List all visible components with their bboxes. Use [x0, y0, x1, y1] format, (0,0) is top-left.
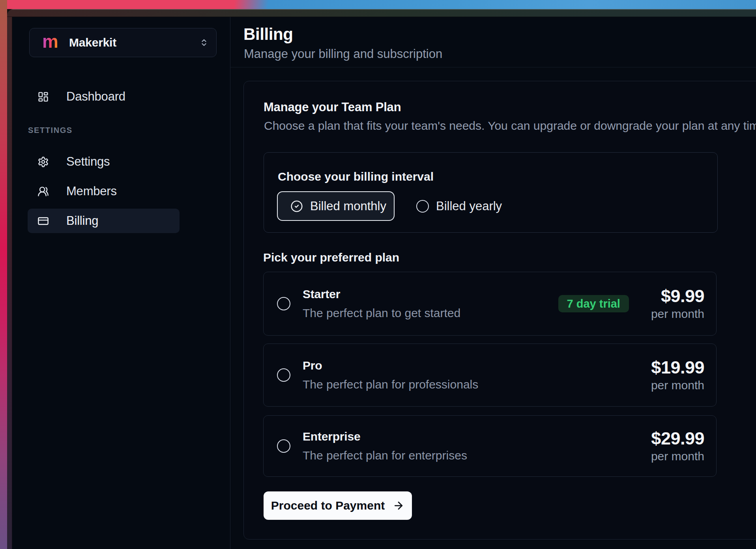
sidebar-item-label: Billing	[66, 214, 98, 228]
card-title: Manage your Team Plan	[264, 100, 401, 114]
plan-name: Pro	[303, 359, 478, 372]
plan-price: $19.99	[651, 359, 704, 376]
sidebar-item-billing[interactable]: Billing	[28, 209, 180, 233]
credit-card-icon	[37, 215, 49, 227]
screen: m Makerkit Dashboard SETTINGS	[0, 0, 756, 549]
header-divider	[230, 67, 756, 67]
plan-price: $9.99	[661, 287, 704, 305]
circle-check-icon	[290, 200, 303, 213]
arrow-right-icon	[393, 500, 404, 512]
team-plan-card: Manage your Team Plan Choose a plan that…	[243, 81, 756, 540]
billed-yearly-label: Billed yearly	[436, 199, 502, 213]
plan-row-enterprise[interactable]: Enterprise The perfect plan for enterpri…	[263, 415, 717, 477]
makerkit-logo-icon: m	[42, 32, 58, 50]
plan-description: The perfect plan for professionals	[303, 378, 478, 391]
app-window: m Makerkit Dashboard SETTINGS	[7, 9, 756, 549]
sidebar-item-label: Settings	[66, 155, 110, 169]
radio-circle-icon[interactable]	[277, 368, 290, 382]
main-area: Billing Manage your billing and subscrip…	[230, 17, 756, 549]
sidebar-item-settings[interactable]: Settings	[28, 149, 180, 174]
users-icon	[37, 186, 49, 197]
sidebar-item-label: Dashboard	[66, 90, 125, 104]
plans-label: Pick your preferred plan	[263, 251, 399, 264]
gear-icon	[37, 156, 49, 168]
sidebar-item-dashboard[interactable]: Dashboard	[28, 84, 180, 109]
plan-row-pro[interactable]: Pro The perfect plan for professionals $…	[263, 344, 717, 407]
window-titlebar-edge	[7, 9, 756, 17]
billing-interval-label: Choose your billing interval	[278, 170, 434, 183]
sidebar-section-label: SETTINGS	[28, 126, 73, 135]
chevrons-up-down-icon	[200, 38, 208, 47]
workspace-selector[interactable]: m Makerkit	[29, 28, 217, 57]
page-subtitle: Manage your billing and subscription	[244, 47, 442, 61]
workspace-name: Makerkit	[69, 36, 200, 49]
plan-description: The perfect plan to get started	[303, 306, 460, 320]
billing-interval-group: Choose your billing interval Billed mont…	[264, 152, 718, 233]
billed-monthly-option[interactable]: Billed monthly	[277, 191, 395, 221]
plan-period: per month	[651, 450, 704, 463]
plan-name: Starter	[303, 288, 460, 301]
plan-row-starter[interactable]: Starter The perfect plan to get started …	[263, 272, 717, 336]
desktop-wallpaper-left	[0, 0, 7, 549]
dashboard-icon	[37, 91, 49, 103]
plan-price: $29.99	[651, 429, 704, 447]
sidebar-item-label: Members	[66, 184, 117, 198]
plan-description: The perfect plan for enterprises	[303, 449, 467, 462]
app-content: m Makerkit Dashboard SETTINGS	[12, 17, 756, 549]
trial-badge: 7 day trial	[558, 295, 629, 312]
sidebar: m Makerkit Dashboard SETTINGS	[12, 17, 230, 549]
billed-yearly-option[interactable]: Billed yearly	[416, 191, 502, 221]
radio-circle-icon	[416, 200, 429, 213]
desktop-wallpaper-top	[0, 0, 756, 9]
plan-period: per month	[651, 379, 704, 392]
card-description: Choose a plan that fits your team's need…	[264, 119, 756, 133]
window-left-frame	[7, 17, 12, 549]
billed-monthly-label: Billed monthly	[310, 199, 386, 213]
sidebar-item-members[interactable]: Members	[28, 179, 180, 204]
plan-period: per month	[651, 307, 704, 320]
radio-circle-icon[interactable]	[277, 297, 290, 310]
radio-circle-icon[interactable]	[277, 439, 290, 453]
proceed-to-payment-button[interactable]: Proceed to Payment	[264, 491, 412, 520]
plan-name: Enterprise	[303, 430, 467, 443]
proceed-label: Proceed to Payment	[271, 499, 385, 512]
page-title: Billing	[243, 25, 293, 44]
